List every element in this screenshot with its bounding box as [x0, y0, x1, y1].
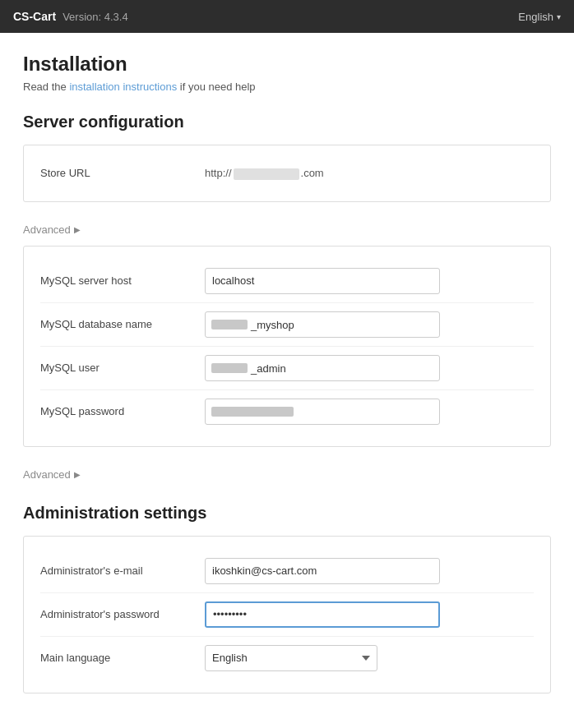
advanced-toggle-2[interactable]: Advanced ▶ [23, 460, 551, 484]
store-url-prefix: http:// [205, 167, 232, 179]
admin-settings-title: Administration settings [23, 504, 551, 523]
help-suffix: if you need help [177, 81, 255, 93]
admin-settings-section: Administration settings Administrator's … [23, 504, 551, 693]
user-redacted [211, 363, 248, 373]
mysql-password-wrap [205, 399, 440, 425]
admin-email-input[interactable] [205, 558, 440, 584]
arrow-right-icon-1: ▶ [74, 225, 81, 234]
mysql-host-input[interactable] [205, 268, 440, 294]
language-label: English [518, 11, 553, 23]
server-config-title: Server configuration [23, 113, 551, 131]
help-text: Read the installation instructions if yo… [23, 81, 551, 93]
admin-password-row: Administrator's password [40, 593, 534, 637]
chevron-down-icon: ▾ [557, 12, 561, 21]
main-language-label: Main language [40, 652, 205, 664]
dbname-redacted [211, 320, 248, 329]
version-label: Version: 4.3.4 [62, 11, 128, 23]
installation-instructions-link[interactable]: installation instructions [69, 81, 177, 93]
main-content: Installation Read the installation instr… [0, 33, 574, 726]
store-url-section: Store URL http://.com [23, 145, 551, 202]
mysql-password-label: MySQL password [40, 405, 205, 417]
advanced-label-2: Advanced [23, 468, 71, 481]
store-url-row: Store URL http://.com [40, 159, 534, 188]
page-title: Installation [23, 53, 551, 76]
mysql-user-label: MySQL user [40, 362, 205, 374]
top-navbar: CS-Cart Version: 4.3.4 English ▾ [0, 0, 574, 33]
store-url-value: http://.com [205, 167, 324, 180]
brand-name: CS-Cart [13, 10, 56, 23]
store-url-label: Store URL [40, 167, 205, 179]
mysql-form: MySQL server host MySQL database name _m… [23, 246, 551, 447]
password-redacted [211, 407, 294, 417]
mysql-dbname-wrap: _myshop [205, 311, 440, 338]
store-url-redacted [234, 168, 299, 180]
mysql-host-label: MySQL server host [40, 274, 205, 287]
store-url-suffix: .com [301, 167, 324, 179]
main-language-select[interactable]: English Deutsch Français Español [205, 645, 377, 671]
language-switcher[interactable]: English ▾ [518, 11, 561, 23]
advanced-label-1: Advanced [23, 223, 71, 236]
admin-password-input[interactable] [205, 601, 440, 628]
admin-email-row: Administrator's e-mail [40, 550, 534, 593]
mysql-section: MySQL server host MySQL database name _m… [23, 246, 551, 447]
mysql-dbname-label: MySQL database name [40, 318, 205, 330]
mysql-dbname-row: MySQL database name _myshop [40, 303, 534, 347]
admin-email-label: Administrator's e-mail [40, 564, 205, 577]
arrow-right-icon-2: ▶ [74, 470, 81, 479]
help-prefix: Read the [23, 81, 69, 93]
advanced-toggle-1[interactable]: Advanced ▶ [23, 215, 551, 239]
mysql-host-row: MySQL server host [40, 260, 534, 303]
admin-password-label: Administrator's password [40, 608, 205, 620]
brand-area: CS-Cart Version: 4.3.4 [13, 10, 128, 23]
admin-form: Administrator's e-mail Administrator's p… [23, 536, 551, 693]
mysql-user-wrap: _admin [205, 355, 440, 381]
main-language-row: Main language English Deutsch Français E… [40, 637, 534, 680]
mysql-password-row: MySQL password [40, 390, 534, 433]
mysql-user-row: MySQL user _admin [40, 347, 534, 390]
